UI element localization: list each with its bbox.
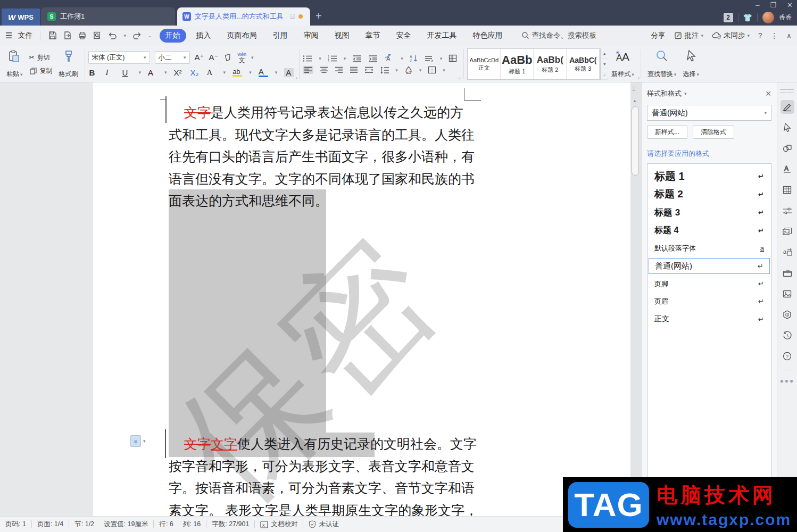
gallery-down-button[interactable]: ▼ bbox=[601, 59, 608, 70]
character-shading-button[interactable]: A bbox=[284, 68, 294, 77]
numbered-list-icon[interactable]: 123 bbox=[328, 55, 337, 62]
vertical-scrollbar[interactable]: ⌶ ▲ bbox=[630, 82, 641, 516]
picture-icon[interactable] bbox=[781, 287, 794, 301]
style-list-item-4[interactable]: 默认段落字体a bbox=[647, 239, 771, 257]
current-style-select[interactable]: 普通(网站)▾ bbox=[647, 105, 771, 121]
print-icon[interactable] bbox=[78, 31, 87, 40]
paragraph2-line-1[interactable]: 文字文字使人类进入有历史记录的文明社会。文字 bbox=[169, 433, 477, 455]
status-item[interactable]: 列: 16 bbox=[183, 520, 201, 529]
font-size-select[interactable]: 小二▾ bbox=[155, 51, 190, 64]
menu-tab-4[interactable]: 审阅 bbox=[298, 29, 325, 43]
proofing-button[interactable]: x 文档校对 bbox=[260, 520, 297, 529]
wordart-icon[interactable]: A bbox=[781, 162, 794, 176]
status-item[interactable]: 节: 1/2 bbox=[74, 520, 94, 529]
export-icon[interactable] bbox=[63, 31, 72, 40]
gallery-style-3[interactable]: AaBbC(标题 3 bbox=[567, 49, 600, 79]
menu-tab-1[interactable]: 插入 bbox=[190, 29, 217, 43]
ruler-toggle-icon[interactable]: ⌶ bbox=[632, 86, 636, 93]
print-preview-icon[interactable] bbox=[93, 31, 102, 40]
paragraph2-line-4[interactable]: 素文字。 表形文字是人类早期原生文字的象形文字， bbox=[169, 500, 478, 517]
text-direction-caret[interactable]: ▾ bbox=[401, 56, 403, 61]
borders-icon[interactable] bbox=[428, 66, 436, 74]
gallery-more-button[interactable]: ⌄ bbox=[601, 69, 608, 80]
paragraph1-line-3[interactable]: 往先有口头的语言后产生书面文字，很多小语种，有 bbox=[169, 146, 475, 168]
shading-icon[interactable] bbox=[404, 66, 413, 74]
style-list-item-2[interactable]: 标题 3↵ bbox=[647, 203, 771, 221]
share-button[interactable]: 分享 bbox=[651, 31, 666, 40]
minimize-button[interactable]: – bbox=[756, 1, 759, 9]
status-item[interactable]: 页面: 1/4 bbox=[37, 520, 63, 529]
select-arrow-icon[interactable] bbox=[781, 121, 794, 135]
text-effects-button[interactable]: A bbox=[207, 68, 217, 77]
paste-options-button[interactable]: ≡ ▾ bbox=[130, 435, 146, 447]
menu-tab-8[interactable]: 开发工具 bbox=[421, 29, 463, 43]
certification-status[interactable]: 未认证 bbox=[309, 520, 339, 529]
gallery-style-1[interactable]: AaBb标题 1 bbox=[501, 49, 534, 79]
status-item[interactable]: 行: 6 bbox=[159, 520, 173, 529]
gallery-style-2[interactable]: AaBb(标题 2 bbox=[534, 49, 567, 79]
justify-icon[interactable] bbox=[350, 66, 358, 73]
paragraph1-line-4[interactable]: 语言但没有文字。文字的不同体现了国家和民族的书 bbox=[169, 168, 475, 190]
wps-home-button[interactable]: W WPS bbox=[2, 9, 40, 26]
new-style-panel-button[interactable]: 新样式... bbox=[647, 126, 687, 139]
menu-tab-3[interactable]: 引用 bbox=[267, 29, 294, 43]
notification-badge[interactable]: 2 bbox=[724, 13, 733, 22]
text-direction-icon[interactable]: A bbox=[384, 54, 394, 62]
align-right-icon[interactable] bbox=[335, 66, 343, 73]
find-replace-button[interactable]: 查找替换▾ bbox=[644, 47, 680, 81]
italic-button[interactable]: I bbox=[106, 68, 115, 77]
style-list-item-5[interactable]: 普通(网站)↵ bbox=[649, 258, 770, 274]
show-marks-icon[interactable] bbox=[424, 55, 434, 62]
bullet-list-icon[interactable] bbox=[303, 55, 312, 62]
collapse-ribbon-button[interactable]: ∧ bbox=[786, 31, 792, 40]
adjust-sliders-icon[interactable] bbox=[781, 204, 794, 218]
status-item[interactable]: 设置值: 19厘米 bbox=[104, 520, 148, 529]
bullet-caret[interactable]: ▾ bbox=[319, 56, 321, 61]
sort-icon[interactable]: AZ bbox=[410, 54, 418, 62]
copy-button[interactable]: 复制 bbox=[29, 66, 53, 76]
paste-button[interactable]: 粘贴▾ bbox=[3, 47, 26, 81]
tab-workbook[interactable]: S 工作簿1 bbox=[41, 7, 175, 26]
strip-more-button[interactable]: ●●● bbox=[780, 377, 795, 385]
status-item[interactable]: 页码: 1 bbox=[5, 520, 26, 529]
style-list-item-8[interactable]: 正文↵ bbox=[647, 310, 771, 328]
scrollbar-thumb[interactable] bbox=[632, 106, 639, 176]
sync-status-button[interactable]: 未同步▾ bbox=[712, 31, 750, 40]
menu-tab-2[interactable]: 页面布局 bbox=[221, 29, 263, 43]
menu-tab-6[interactable]: 章节 bbox=[360, 29, 386, 43]
more-quick-icons-caret[interactable]: ⌄ bbox=[148, 33, 152, 38]
scroll-up-arrow[interactable]: ▲ bbox=[633, 98, 637, 103]
tab-document-active[interactable]: W 文字是人类用...的方式和工具 ⌻ bbox=[177, 7, 310, 26]
paragraph-dialog-launcher[interactable]: ⌟ bbox=[458, 74, 461, 80]
paragraph1-line-1[interactable]: 文字是人类用符号记录表达信息以传之久远的方 bbox=[169, 102, 463, 124]
insert-table-icon[interactable] bbox=[449, 54, 457, 62]
material-box-icon[interactable] bbox=[781, 266, 794, 280]
paragraph2-line-3[interactable]: 字。按语音和语素，可分为音素文字、音节文字和语 bbox=[169, 477, 475, 500]
style-list-item-3[interactable]: 标题 4↵ bbox=[647, 221, 771, 239]
maximize-button[interactable]: ❐ bbox=[770, 1, 776, 9]
font-dialog-launcher[interactable]: ⌟ bbox=[295, 74, 297, 80]
gallery-up-button[interactable]: ▲ bbox=[601, 48, 608, 59]
shapes-icon[interactable] bbox=[781, 142, 794, 155]
bold-button[interactable]: B bbox=[89, 68, 99, 77]
highlight-color-button[interactable]: ab bbox=[233, 68, 242, 77]
command-search[interactable]: 查找命令、搜索模板 bbox=[521, 31, 597, 40]
style-list-item-1[interactable]: 标题 2↵ bbox=[647, 185, 771, 203]
save-icon[interactable] bbox=[48, 31, 57, 40]
history-icon[interactable] bbox=[781, 328, 794, 342]
strikethrough-caret[interactable]: ▾ bbox=[164, 70, 167, 75]
subscript-button[interactable]: X₂ bbox=[190, 68, 200, 77]
superscript-button[interactable]: X² bbox=[174, 68, 184, 77]
avatar[interactable] bbox=[762, 12, 774, 23]
clear-format-icon[interactable] bbox=[223, 54, 233, 61]
undo-icon[interactable] bbox=[107, 31, 118, 40]
style-list-item-0[interactable]: 标题 1↵ bbox=[647, 167, 771, 185]
increase-indent-icon[interactable] bbox=[368, 55, 378, 62]
menu-tab-5[interactable]: 视图 bbox=[329, 29, 355, 43]
line-spacing-icon[interactable] bbox=[380, 66, 389, 74]
clear-format-button[interactable]: 清除格式 bbox=[693, 126, 734, 139]
show-marks-caret[interactable]: ▾ bbox=[440, 56, 443, 61]
strip-drag-handle[interactable]: ———— bbox=[781, 88, 794, 93]
text-effects-caret[interactable]: ▾ bbox=[223, 70, 226, 75]
more-menu-button[interactable]: ⋮ bbox=[771, 31, 778, 40]
